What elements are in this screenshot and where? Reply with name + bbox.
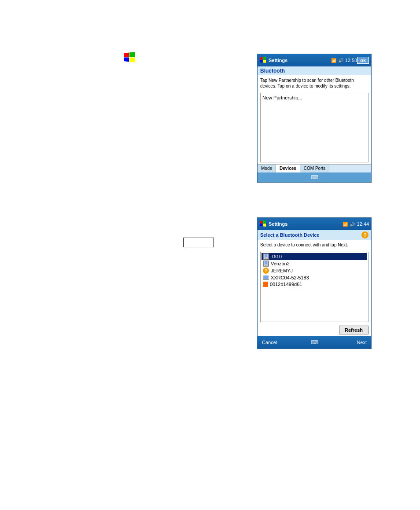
titlebar-2: Settings 📶 🔊 12:44 <box>258 218 371 230</box>
device-name-0012: 0012d1499d61 <box>270 282 302 287</box>
titlebar-title-2: Settings <box>269 221 343 227</box>
device-name-xxrc: XXRC04-52-5183 <box>271 275 309 280</box>
device-name-verizon2: Verizon2 <box>271 261 290 266</box>
help-icon[interactable]: ? <box>361 231 368 238</box>
bluetooth-description: Tap New Partnership to scan for other Bl… <box>258 75 371 91</box>
svg-rect-8 <box>263 279 269 280</box>
unknown-icon-jeremyj: ? <box>263 268 269 274</box>
small-rect <box>183 238 214 247</box>
tab-bar-1: Mode Devices COM Ports <box>258 164 371 172</box>
volume-icon: 🔊 <box>338 58 343 63</box>
signal-icon-2: 📶 <box>343 222 348 227</box>
select-device-subtitle: Select a Bluetooth Device ? <box>258 230 371 240</box>
svg-rect-7 <box>264 276 268 279</box>
bluetooth-settings-window: Settings 📶 🔊 12:58 ok Bluetooth Tap New … <box>257 54 372 183</box>
ok-button-1[interactable]: ok <box>357 57 369 64</box>
device-name-jeremyj: JEREMYJ <box>271 268 293 273</box>
time-display-2: 12:44 <box>357 221 369 227</box>
device-item-t610[interactable]: T610 <box>262 253 367 260</box>
phone-icon-verizon2 <box>263 261 269 267</box>
titlebar-title-1: Settings <box>269 58 331 63</box>
cancel-button[interactable]: Cancel <box>258 340 307 345</box>
svg-rect-4 <box>265 261 267 264</box>
next-button[interactable]: Next <box>322 340 372 345</box>
titlebar-winxp-logo-2 <box>260 220 267 227</box>
volume-icon-2: 🔊 <box>350 222 355 227</box>
svg-point-5 <box>265 265 266 266</box>
device-item-0012[interactable]: 0012d1499d61 <box>262 281 367 287</box>
bluetooth-device-list-2[interactable]: T610 Verizon2 ? JEREMYJ <box>260 252 368 322</box>
winxp-logo <box>124 52 135 62</box>
tab-mode[interactable]: Mode <box>258 165 276 172</box>
refresh-button[interactable]: Refresh <box>339 326 368 334</box>
laptop-icon-xxrc <box>263 275 269 281</box>
device-item-verizon2[interactable]: Verizon2 <box>262 260 367 267</box>
device-name-t610: T610 <box>271 254 282 259</box>
refresh-bar: Refresh <box>258 324 371 336</box>
svg-rect-1 <box>265 254 267 257</box>
device-item-jeremyj[interactable]: ? JEREMYJ <box>262 267 367 274</box>
time-display-1: 12:58 <box>345 58 357 63</box>
select-device-title: Select a Bluetooth Device <box>260 232 320 238</box>
titlebar-icons-2: 📶 🔊 12:44 <box>343 221 369 227</box>
device-item-xxrc[interactable]: XXRC04-52-5183 <box>262 274 367 281</box>
tab-spacer <box>329 165 371 172</box>
signal-icon: 📶 <box>331 58 336 63</box>
keyboard-bar-1[interactable]: ⌨ <box>258 172 371 182</box>
titlebar-icons-1: 📶 🔊 12:58 <box>331 58 357 63</box>
keyboard-icon-2[interactable]: ⌨ <box>307 339 322 345</box>
tab-devices[interactable]: Devices <box>276 165 300 172</box>
titlebar-1: Settings 📶 🔊 12:58 ok <box>258 54 371 66</box>
titlebar-winxp-logo-1 <box>260 57 267 64</box>
phone-icon-t610 <box>263 253 269 260</box>
select-device-description: Select a device to connect with and tap … <box>258 240 371 250</box>
bottom-bar-2: Cancel ⌨ Next <box>258 336 371 349</box>
tab-com-ports[interactable]: COM Ports <box>300 165 329 172</box>
orange-icon-0012 <box>263 282 268 287</box>
keyboard-icon-1: ⌨ <box>311 174 318 180</box>
bluetooth-device-list[interactable]: New Partnership... <box>260 93 368 162</box>
new-partnership-item[interactable]: New Partnership... <box>262 95 366 100</box>
select-bluetooth-device-window: Settings 📶 🔊 12:44 Select a Bluetooth De… <box>257 217 372 349</box>
bluetooth-subtitle: Bluetooth <box>258 66 371 75</box>
svg-point-2 <box>265 258 266 259</box>
